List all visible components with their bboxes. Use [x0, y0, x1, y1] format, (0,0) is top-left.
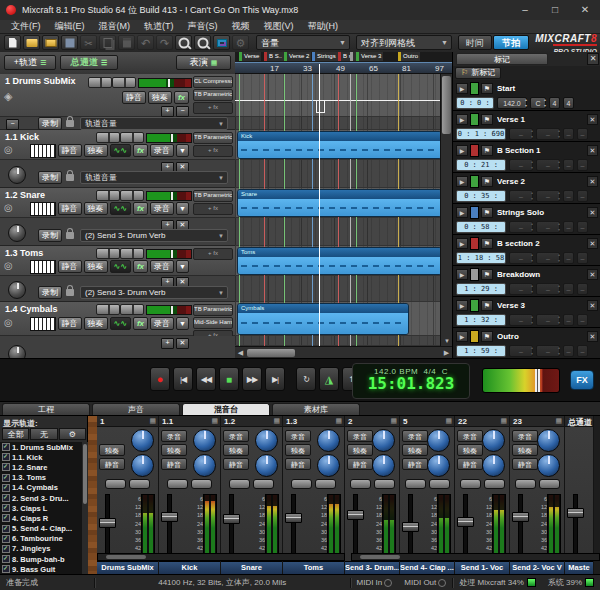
track-cymbals[interactable]: 1.4 Cymbals ◎ 静音 独奏 ∿∿ fx 录音 ▼ TB Parame…	[0, 302, 235, 336]
marker-time-field[interactable]: 0 : 21 : 871	[456, 159, 506, 171]
mute-button[interactable]: 静音	[347, 458, 373, 470]
send-slider[interactable]	[191, 479, 212, 489]
marker-sig-numerator[interactable]: –	[563, 128, 574, 140]
grid-icon[interactable]: ▦	[500, 417, 507, 425]
marker-play-button[interactable]	[456, 145, 468, 156]
grid-icon[interactable]: ▦	[390, 417, 397, 425]
marker-flag-icon[interactable]	[481, 207, 493, 218]
mute-button[interactable]: 静音	[58, 144, 82, 157]
checkbox-icon[interactable]	[2, 453, 10, 461]
pan-knob[interactable]	[372, 454, 395, 477]
marker-delete-button[interactable]: ✕	[587, 114, 598, 125]
solo-button[interactable]: 独奏	[512, 444, 538, 456]
loop-button[interactable]: ↻	[296, 367, 316, 391]
marker-time-field[interactable]: 0 : 0 : 0	[456, 97, 494, 109]
marker-delete-button[interactable]: ✕	[587, 145, 598, 156]
collapse-button[interactable]: −	[6, 119, 19, 130]
mixer-track-list-item[interactable]: 1.2. Snare	[0, 462, 82, 472]
record-button[interactable]: 录音	[512, 430, 538, 442]
mute-button[interactable]: 静音	[161, 458, 187, 470]
effect-slot[interactable]: TB Parametric Eq..	[193, 89, 233, 101]
marker-sig-numerator[interactable]: –	[563, 345, 574, 357]
eq-knob[interactable]	[537, 429, 560, 452]
solo-button[interactable]: 独奏	[84, 260, 108, 273]
effect-slot[interactable]: Mid-Side Harmoni..	[193, 317, 233, 329]
marker-time-field[interactable]: 1 : 18 : 58	[456, 252, 506, 264]
mixer-track-list-item[interactable]: 5. Send 4- Clap...	[0, 524, 82, 534]
solo-button[interactable]: 独奏	[84, 202, 108, 215]
mute-button[interactable]: 静音	[457, 458, 483, 470]
scrollbar-thumb[interactable]	[442, 76, 451, 134]
pan-knob[interactable]	[131, 454, 154, 477]
marker-flag-icon[interactable]	[481, 269, 493, 280]
paste-icon[interactable]	[118, 35, 135, 50]
marker-sig-numerator[interactable]: –	[563, 159, 574, 171]
marker-tempo-spinner[interactable]: –	[509, 314, 533, 326]
marker-tempo-spinner[interactable]: –	[509, 345, 533, 357]
stop-button[interactable]: ■	[219, 367, 239, 391]
marker-time-field[interactable]: 1 : 29 : 577	[456, 283, 506, 295]
markers-tab[interactable]: 标记	[456, 53, 548, 65]
marker-flag-icon[interactable]	[481, 238, 493, 249]
lock-icon[interactable]	[66, 232, 74, 239]
fader-handle[interactable]	[99, 518, 116, 528]
record-arm-button[interactable]: 录音	[150, 202, 174, 215]
solo-button[interactable]: 独奏	[148, 91, 172, 104]
eq-knob[interactable]	[482, 429, 505, 452]
mute-button[interactable]: 静音	[122, 91, 146, 104]
timeline-marker-flag[interactable]: Verse	[239, 52, 261, 61]
fader-handle[interactable]	[347, 510, 364, 520]
marker-play-button[interactable]	[456, 238, 468, 249]
marker-delete-button[interactable]: ✕	[587, 207, 598, 218]
marker-delete-button[interactable]: ✕	[587, 300, 598, 311]
send-slider[interactable]	[167, 479, 188, 489]
master-volume-slider[interactable]	[482, 368, 560, 393]
marker-play-button[interactable]	[456, 269, 468, 280]
lock-icon[interactable]	[66, 174, 74, 181]
add-lane-button[interactable]: +	[161, 338, 174, 349]
import-folder-icon[interactable]	[42, 35, 59, 50]
send-slider[interactable]	[515, 479, 536, 489]
marker-key-spinner[interactable]: –	[536, 345, 560, 357]
checkbox-icon[interactable]	[2, 565, 10, 573]
volume-mode-select[interactable]: 音量▼	[256, 35, 350, 50]
remove-lane-button[interactable]: ✕	[176, 338, 189, 349]
record-button[interactable]: 录音	[223, 430, 249, 442]
mixer-track-list-item[interactable]: 2. Send 3- Dru...	[0, 493, 82, 503]
effect-slot[interactable]: TB Parametric Eq..	[193, 132, 233, 144]
mixer-scrollbar-left[interactable]	[97, 553, 345, 561]
pan-knob[interactable]	[537, 454, 560, 477]
arm-button[interactable]: 录制	[38, 117, 62, 130]
minimize-button[interactable]: –	[510, 0, 540, 20]
mixer-track-list-item[interactable]: 1. Drums SubMix	[0, 442, 82, 452]
mixer-track-list-item[interactable]: 7. Jingleys	[0, 544, 82, 554]
tab[interactable]: 声音	[92, 403, 180, 415]
marker-key-spinner[interactable]: –	[536, 159, 560, 171]
timeline-marker-flag[interactable]: Verse 2	[284, 52, 311, 61]
audio-clip[interactable]: Cymbals	[237, 303, 409, 335]
add-track-button[interactable]: +轨道☰	[4, 55, 56, 70]
marker-play-button[interactable]	[456, 83, 468, 94]
solo-button[interactable]: 独奏	[99, 444, 125, 456]
go-to-start-button[interactable]: |◀	[173, 367, 193, 391]
send-slider[interactable]	[539, 479, 560, 489]
marker-color-swatch[interactable]	[470, 237, 479, 250]
record-arm-button[interactable]: 录音	[150, 260, 174, 273]
scrollbar-thumb[interactable]	[247, 349, 295, 357]
effect-slot[interactable]: CL Compressor	[193, 76, 233, 88]
timeline-marker-flag[interactable]: Strings	[312, 52, 338, 61]
fader-track[interactable]	[291, 494, 296, 556]
send-slider[interactable]	[229, 479, 250, 489]
marker-key-spinner[interactable]: –	[536, 128, 560, 140]
pan-knob[interactable]	[255, 454, 278, 477]
settings-icon[interactable]	[232, 35, 249, 50]
checkbox-icon[interactable]	[2, 474, 10, 482]
waveform-icon[interactable]: ∿∿	[110, 260, 131, 273]
marker-tempo-spinner[interactable]: –	[509, 190, 533, 202]
gear-icon[interactable]	[59, 428, 86, 440]
record-arm-button[interactable]: 录音	[150, 317, 174, 330]
checkbox-icon[interactable]	[2, 463, 10, 471]
marker-key-spinner[interactable]: –	[536, 221, 560, 233]
marker-sig-numerator[interactable]: 4	[549, 97, 560, 109]
track-toms[interactable]: 1.3 Toms ◎ 静音 独奏 ∿∿ fx 录音 ▼ + fx	[0, 246, 235, 276]
